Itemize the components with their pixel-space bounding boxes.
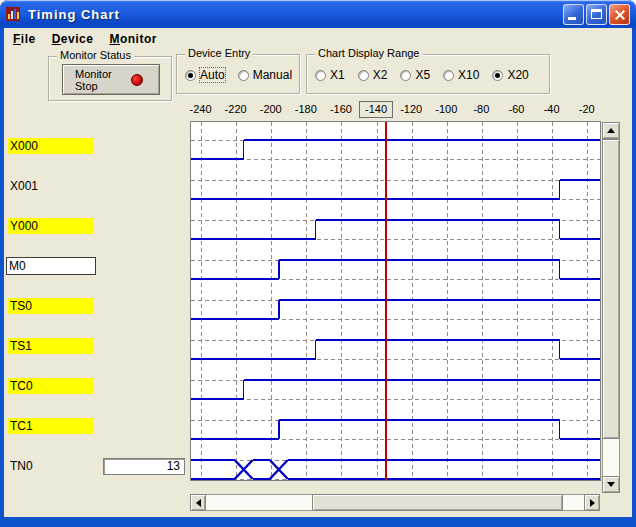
radio-label: Manual xyxy=(253,68,292,82)
app-window: Timing Chart FileDeviceMonitor Monitor S… xyxy=(0,0,636,527)
radio-x1[interactable]: X1 xyxy=(315,68,345,82)
radio-label: X2 xyxy=(373,68,388,82)
menu-item-monitor[interactable]: Monitor xyxy=(104,30,162,48)
monitor-stop-button[interactable]: Monitor Stop xyxy=(62,64,160,95)
device-entry-radio-group: AutoManual xyxy=(185,68,295,82)
minimize-icon xyxy=(568,17,576,20)
radio-button-icon xyxy=(400,70,411,81)
radio-button-icon xyxy=(358,70,369,81)
radio-x2[interactable]: X2 xyxy=(358,68,388,82)
chart-frame xyxy=(190,121,601,481)
radio-button-icon xyxy=(315,70,326,81)
axis-tick--180: -180 xyxy=(295,103,317,115)
app-icon xyxy=(6,6,22,22)
scroll-right-button[interactable] xyxy=(584,494,600,511)
axis-tick--100: -100 xyxy=(435,103,457,115)
chart-display-range-radio-group: X1X2X5X10X20 xyxy=(315,68,545,82)
signal-label-tc1[interactable]: TC1 xyxy=(8,418,93,434)
radio-x5[interactable]: X5 xyxy=(400,68,430,82)
axis-tick--240: -240 xyxy=(190,103,212,115)
menu-item-device[interactable]: Device xyxy=(47,30,99,48)
signal-label-y000[interactable]: Y000 xyxy=(8,218,93,234)
signal-label-m0[interactable]: M0 xyxy=(6,257,96,275)
radio-x10[interactable]: X10 xyxy=(443,68,479,82)
signal-label-ts1[interactable]: TS1 xyxy=(8,338,93,354)
signal-label-ts0[interactable]: TS0 xyxy=(8,298,93,314)
chart-canvas[interactable] xyxy=(191,122,600,480)
device-entry-group: Device Entry AutoManual xyxy=(176,54,300,94)
axis-tick--160: -160 xyxy=(330,103,352,115)
up-arrow-icon xyxy=(607,128,615,133)
signal-label-tn0[interactable]: TN0 xyxy=(8,458,93,474)
axis-tick--140: -140 xyxy=(359,101,393,118)
radio-manual[interactable]: Manual xyxy=(238,68,292,82)
radio-label: Auto xyxy=(200,68,225,82)
axis-tick--60: -60 xyxy=(509,103,525,115)
radio-auto[interactable]: Auto xyxy=(185,68,225,82)
device-entry-group-title: Device Entry xyxy=(185,47,253,59)
signal-label-tc0[interactable]: TC0 xyxy=(8,378,93,394)
title-bar[interactable]: Timing Chart xyxy=(0,0,636,28)
axis-tick--40: -40 xyxy=(544,103,560,115)
radio-button-icon xyxy=(238,70,249,81)
radio-x20[interactable]: X20 xyxy=(492,68,528,82)
radio-label: X20 xyxy=(507,68,528,82)
monitor-status-group: Monitor Status Monitor Stop xyxy=(48,56,172,101)
maximize-button[interactable] xyxy=(586,4,607,25)
left-arrow-icon xyxy=(196,499,201,507)
radio-label: X10 xyxy=(458,68,479,82)
chart-display-range-group-title: Chart Display Range xyxy=(315,47,423,59)
radio-button-icon xyxy=(492,70,503,81)
maximize-icon xyxy=(591,9,602,19)
signal-label-x001[interactable]: X001 xyxy=(8,178,93,194)
radio-button-icon xyxy=(185,70,196,81)
down-arrow-icon xyxy=(607,482,615,487)
signal-label-x000[interactable]: X000 xyxy=(8,138,93,154)
window-title: Timing Chart xyxy=(28,7,561,22)
scroll-down-button[interactable] xyxy=(602,476,620,493)
scroll-left-button[interactable] xyxy=(190,494,206,511)
close-icon xyxy=(610,5,629,24)
axis-tick--80: -80 xyxy=(473,103,489,115)
radio-label: X1 xyxy=(330,68,345,82)
close-button[interactable] xyxy=(609,4,630,25)
vertical-scrollbar[interactable] xyxy=(602,122,620,492)
monitor-led-icon xyxy=(131,74,143,86)
horizontal-scroll-thumb[interactable] xyxy=(312,494,563,511)
vertical-scroll-thumb[interactable] xyxy=(602,139,620,439)
scroll-up-button[interactable] xyxy=(602,122,620,139)
axis-tick--220: -220 xyxy=(225,103,247,115)
time-axis: -240-220-200-180-160-140-120-100-80-60-4… xyxy=(4,100,632,120)
client-area: FileDeviceMonitor Monitor Status Monitor… xyxy=(4,28,632,517)
radio-button-icon xyxy=(443,70,454,81)
right-arrow-icon xyxy=(590,499,595,507)
axis-tick--20: -20 xyxy=(579,103,595,115)
horizontal-scrollbar[interactable] xyxy=(190,494,600,511)
bus-value-field[interactable]: 13 xyxy=(103,458,185,475)
monitor-stop-button-label: Monitor Stop xyxy=(75,68,127,92)
monitor-status-group-title: Monitor Status xyxy=(57,49,134,61)
radio-label: X5 xyxy=(415,68,430,82)
minimize-button[interactable] xyxy=(563,4,584,25)
axis-tick--200: -200 xyxy=(260,103,282,115)
axis-tick--120: -120 xyxy=(400,103,422,115)
menu-item-file[interactable]: File xyxy=(8,30,41,48)
chart-display-range-group: Chart Display Range X1X2X5X10X20 xyxy=(306,54,550,94)
